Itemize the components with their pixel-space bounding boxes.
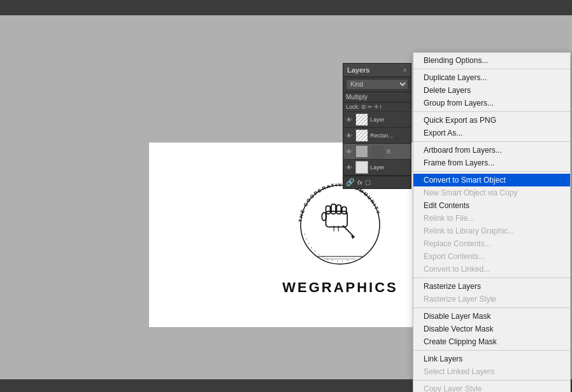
layer-thumb (355, 113, 368, 126)
svg-rect-4 (326, 206, 331, 214)
menu-item-rasterize-layer-style[interactable]: Rasterize Layer Style (413, 293, 570, 305)
menu-separator (413, 141, 570, 142)
layers-bottom-bar: 🔗 fx ◻ (343, 176, 411, 188)
menu-item-group-from-layers[interactable]: Group from Layers... (413, 97, 570, 109)
menu-separator (413, 380, 570, 381)
layer-name: Rectan... (370, 132, 393, 139)
layer-row[interactable]: 👁 Layer (343, 160, 411, 176)
eye-icon[interactable]: 👁 (346, 116, 354, 123)
logo-svg: THE COOPERATIVE COMMUNITY · · · · · · · … (289, 174, 391, 276)
layer-thumb (355, 129, 368, 142)
layer-name: Layer (370, 116, 385, 123)
menu-item-duplicate-layers[interactable]: Duplicate Layers... (413, 71, 570, 84)
lock-brush-icon: ✏ (368, 104, 373, 110)
layers-panel: Layers × Kind Multiply Lock: ⊞ ✏ ✛ I 👁 L… (343, 63, 411, 189)
menu-item-blending-options[interactable]: Blending Options... (413, 54, 570, 67)
menu-item-edit-contents[interactable]: Edit Contents (413, 199, 570, 212)
layer-name: Layer (370, 164, 385, 171)
menu-item-relink-to-library-graphic[interactable]: Relink to Library Graphic... (413, 225, 570, 237)
svg-rect-5 (331, 204, 336, 214)
menu-item-link-layers[interactable]: Link Layers (413, 353, 570, 365)
menu-item-quick-export[interactable]: Quick Export as PNG (413, 114, 570, 127)
layers-panel-close[interactable]: × (403, 66, 407, 74)
layer-row[interactable]: 👁 Layer (343, 112, 411, 128)
blend-mode-row: Multiply (343, 92, 411, 102)
mask-icon[interactable]: ◻ (365, 178, 371, 186)
menu-item-convert-to-linked[interactable]: Convert to Linked... (413, 263, 570, 276)
canvas-area: THE COOPERATIVE COMMUNITY · · · · · · · … (0, 15, 572, 392)
menu-item-export-contents[interactable]: Export Contents... (413, 250, 570, 263)
menu-item-artboard-from-layers[interactable]: Artboard from Layers... (413, 144, 570, 157)
layers-search-row: Kind (343, 77, 411, 92)
menu-item-disable-layer-mask[interactable]: Disable Layer Mask (413, 310, 570, 323)
kind-dropdown[interactable]: Kind (346, 79, 408, 90)
menu-separator (413, 277, 570, 278)
context-menu: Blending Options... Duplicate Layers... … (413, 52, 571, 392)
svg-rect-7 (342, 207, 347, 214)
layer-thumb-mask (371, 145, 384, 158)
menu-item-frame-from-layers[interactable]: Frame from Layers... (413, 157, 570, 169)
menu-item-copy-layer-style[interactable]: Copy Layer Style (413, 382, 570, 392)
menu-separator (413, 171, 570, 172)
layers-panel-title: Layers (347, 66, 369, 74)
layers-panel-header: Layers × (343, 64, 411, 77)
menu-item-delete-layers[interactable]: Delete Layers (413, 84, 570, 97)
lock-label: Lock: (346, 104, 360, 110)
menu-item-create-clipping-mask[interactable]: Create Clipping Mask (413, 335, 570, 348)
menu-item-relink-to-file[interactable]: Relink to File... (413, 212, 570, 225)
fx-icon[interactable]: fx (357, 179, 362, 186)
lock-position-icon: ✛ (374, 104, 379, 110)
logo-container: THE COOPERATIVE COMMUNITY · · · · · · · … (282, 174, 398, 296)
svg-text:· · · · · · · · · · · ·: · · · · · · · · · · · · (302, 233, 350, 264)
menu-separator (413, 307, 570, 308)
menu-item-convert-to-smart-object[interactable]: Convert to Smart Object (413, 174, 570, 186)
eye-icon[interactable]: 👁 (346, 148, 354, 155)
menu-separator (413, 111, 570, 112)
eye-icon[interactable]: 👁 (346, 164, 354, 171)
svg-rect-6 (336, 205, 341, 214)
menu-item-rasterize-layers[interactable]: Rasterize Layers (413, 280, 570, 293)
lock-row: Lock: ⊞ ✏ ✛ I (343, 102, 411, 112)
lock-pixel-icon: ⊞ (361, 104, 366, 110)
menu-item-replace-contents[interactable]: Replace Contents... (413, 237, 570, 250)
menu-separator (413, 350, 570, 351)
layer-thumb (355, 161, 368, 174)
menu-separator (413, 69, 570, 69)
logo-text: WEGRAPHICS (282, 279, 398, 296)
layer-thumb (355, 145, 368, 158)
svg-line-9 (343, 225, 354, 237)
layer-row[interactable]: 👁 Rectan... (343, 128, 411, 144)
top-bar (0, 0, 572, 15)
menu-item-disable-vector-mask[interactable]: Disable Vector Mask (413, 323, 570, 335)
menu-item-export-as[interactable]: Export As... (413, 127, 570, 139)
menu-item-new-smart-object-via-copy[interactable]: New Smart Object via Copy (413, 186, 570, 199)
blend-mode-label: Multiply (346, 94, 368, 101)
link-chain-icon: ⛓ (386, 149, 391, 155)
eye-icon[interactable]: 👁 (346, 132, 354, 139)
link-icon[interactable]: 🔗 (346, 178, 355, 186)
menu-item-select-linked-layers[interactable]: Select Linked Layers (413, 365, 570, 378)
lock-artboard-icon: I (380, 104, 382, 110)
layer-row[interactable]: 👁 ⛓ (343, 144, 411, 160)
